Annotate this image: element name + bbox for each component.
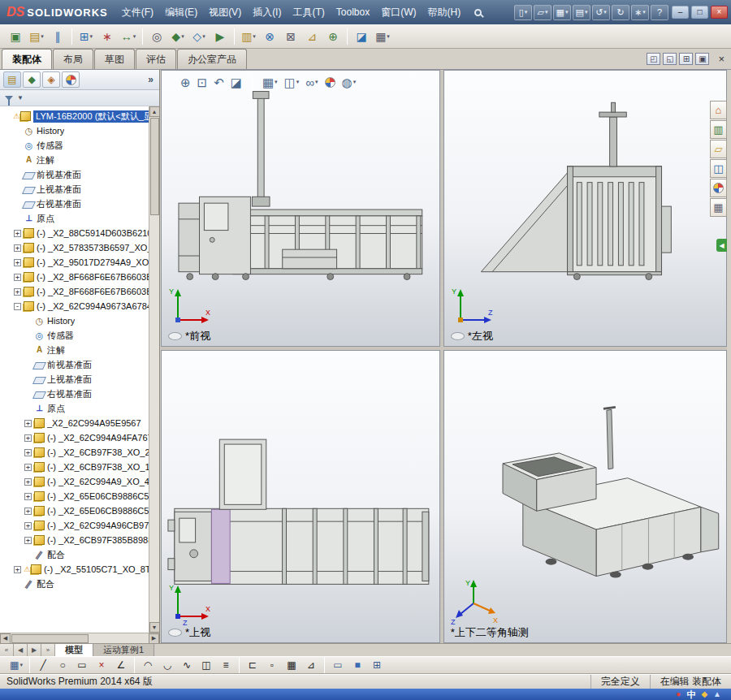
construction-geometry-icon[interactable]: ▫: [263, 658, 281, 673]
tree-item[interactable]: + _X2_62C994A95E9567: [0, 416, 149, 430]
convert-entities-icon[interactable]: ⊏: [244, 658, 262, 673]
scroll-left-button[interactable]: ◀: [0, 633, 11, 644]
view-palette-icon[interactable]: ◫: [710, 159, 727, 178]
rewind-button[interactable]: «: [0, 644, 14, 656]
tree-item[interactable]: LYM-16B2000 (默认<默认_显: [0, 109, 149, 123]
display-style-icon[interactable]: ◫: [284, 76, 300, 89]
close-document-button[interactable]: ×: [718, 53, 725, 65]
previous-view-icon[interactable]: ↶: [214, 76, 224, 89]
tree-item[interactable]: 上视基准面: [0, 182, 149, 197]
move-component-icon[interactable]: ↔: [119, 27, 138, 46]
edit-component-icon[interactable]: ▣: [6, 27, 25, 46]
tree-item[interactable]: 原点: [0, 211, 149, 226]
linear-pattern-icon[interactable]: ⊞: [76, 27, 96, 46]
section-view-icon[interactable]: ◪: [231, 76, 242, 89]
viewport-popout-button[interactable]: ▣: [695, 53, 709, 65]
menu-item[interactable]: 文件(F): [116, 2, 159, 23]
tree-item[interactable]: 原点: [0, 401, 149, 416]
expander-icon[interactable]: +: [14, 230, 21, 237]
tree-item[interactable]: + (-) _X2_65E06CB9886C59: [0, 503, 149, 518]
tree-item[interactable]: + (-) _X2_62C994A9_XO_4<: [0, 474, 149, 489]
measure-icon[interactable]: ⊿: [302, 27, 322, 46]
expander-icon[interactable]: +: [24, 478, 32, 486]
custom-properties-icon[interactable]: ▦: [710, 198, 727, 217]
save-icon[interactable]: ▦: [553, 5, 571, 20]
tree-item[interactable]: + (-) _X2_6CB97F38_XO_2<: [0, 445, 149, 460]
tree-item[interactable]: 前视基准面: [0, 167, 149, 182]
menu-item[interactable]: 窗口(W): [375, 2, 422, 23]
section-view-icon[interactable]: ◪: [352, 27, 371, 46]
filter-dropdown-icon[interactable]: ▼: [17, 94, 24, 102]
arc-icon[interactable]: ◠: [139, 658, 157, 673]
tree-item[interactable]: + (-) _X2_95017D2794A9_XO_<: [0, 255, 149, 270]
tree-item[interactable]: + (-) _X2_8F668F6E67B6603B62: [0, 284, 149, 299]
study-tab[interactable]: 运动算例1: [93, 644, 154, 656]
ribbon-tab[interactable]: 办公室产品: [177, 49, 247, 69]
maximize-button[interactable]: □: [691, 6, 708, 19]
viewport-four-button[interactable]: ⊞: [679, 53, 693, 65]
tree-item[interactable]: 右视基准面: [0, 197, 149, 211]
expander-icon[interactable]: -: [14, 303, 21, 310]
rebuild-icon[interactable]: ↻: [612, 5, 629, 20]
print-icon[interactable]: ▤: [573, 5, 590, 20]
expander-icon[interactable]: +: [14, 244, 21, 252]
solidworks-resources-icon[interactable]: ⌂: [710, 101, 727, 119]
taskpane-flyout-arrow[interactable]: ◀: [716, 239, 727, 252]
forward-button[interactable]: »: [41, 644, 55, 656]
menu-item[interactable]: 编辑(E): [159, 2, 203, 23]
shaded-view-icon[interactable]: ■: [348, 658, 366, 673]
expander-icon[interactable]: +: [14, 274, 21, 281]
viewport-left[interactable]: Y Z *左视: [443, 70, 727, 347]
tangent-arc-icon[interactable]: ◡: [158, 658, 176, 673]
tree-item[interactable]: + (-) _X2_5783573B6597_XO_X: [0, 240, 149, 255]
menu-item[interactable]: 插入(I): [247, 2, 287, 23]
angle-icon[interactable]: ∠: [112, 658, 130, 673]
assembly-features-icon[interactable]: ◆: [168, 27, 188, 46]
tree-horizontal-scrollbar[interactable]: ◀ ▶: [0, 633, 159, 643]
displaymanager-tab[interactable]: ●: [62, 71, 80, 88]
tree-item[interactable]: + (-) _X2_62C994A94FA767: [0, 430, 149, 445]
drawing-sheet-icon[interactable]: ▭: [329, 658, 347, 673]
reference-geometry-icon[interactable]: ◇: [189, 27, 209, 46]
ribbon-tab[interactable]: 评估: [136, 49, 176, 69]
hide-show-items-icon[interactable]: ∞: [305, 76, 318, 89]
view-orientation-icon[interactable]: ▦: [373, 27, 392, 46]
menu-item[interactable]: 工具(T): [287, 2, 330, 23]
circle-icon[interactable]: ○: [54, 658, 71, 673]
expander-icon[interactable]: +: [14, 566, 21, 573]
tree-item[interactable]: + (-) _X2_6CB97F38_XO_1<: [0, 460, 149, 474]
undo-icon[interactable]: ↺: [592, 5, 610, 20]
tree-item[interactable]: + (-) _X2_6CB97F385B8988: [0, 533, 149, 547]
tree-item[interactable]: 传感器: [0, 328, 149, 343]
scroll-up-button[interactable]: ▲: [149, 106, 160, 117]
expander-icon[interactable]: +: [14, 259, 21, 266]
expander-icon[interactable]: +: [24, 449, 32, 456]
scrollbar-thumb[interactable]: [11, 634, 89, 643]
tree-item[interactable]: 配合: [0, 577, 149, 591]
tree-item[interactable]: - (-) _X2_62C994A9673A6784_1: [0, 299, 149, 313]
view-settings-icon[interactable]: ◍: [342, 76, 357, 89]
offset-entities-icon[interactable]: ≡: [217, 658, 235, 673]
save-icon[interactable]: ▦: [7, 658, 25, 673]
viewport-isometric[interactable]: Y Z X *上下二等角轴测: [443, 350, 727, 643]
menu-item[interactable]: 帮助(H): [422, 2, 466, 23]
rectangle-icon[interactable]: ▭: [73, 658, 91, 673]
tree-vertical-scrollbar[interactable]: ▲ ▼: [149, 106, 159, 633]
view-orientation-icon[interactable]: ▦: [262, 76, 278, 89]
interference-detection-icon[interactable]: ⊠: [281, 27, 301, 46]
tree-item[interactable]: + (-) _X2_88C5914D603B6210_1: [0, 226, 149, 240]
tree-item[interactable]: 上视基准面: [0, 372, 149, 387]
expander-icon[interactable]: +: [24, 522, 32, 529]
mass-properties-icon[interactable]: ⊕: [323, 27, 343, 46]
close-button[interactable]: ×: [711, 6, 728, 19]
menu-item[interactable]: Toolbox: [331, 3, 375, 21]
spline-icon[interactable]: ∿: [178, 658, 196, 673]
viewport-top[interactable]: Y X Z *上视: [161, 350, 440, 643]
tree-item[interactable]: + (-) _X2_65E06CB9886C59: [0, 489, 149, 503]
new-document-icon[interactable]: ▯: [514, 5, 532, 20]
scrollbar-thumb[interactable]: [150, 118, 159, 215]
viewport-front[interactable]: Y X *前视: [161, 70, 440, 347]
smart-fasteners-icon[interactable]: ∗: [97, 27, 117, 46]
appearances-icon[interactable]: ●: [710, 179, 727, 197]
study-tab[interactable]: 模型: [55, 644, 93, 656]
